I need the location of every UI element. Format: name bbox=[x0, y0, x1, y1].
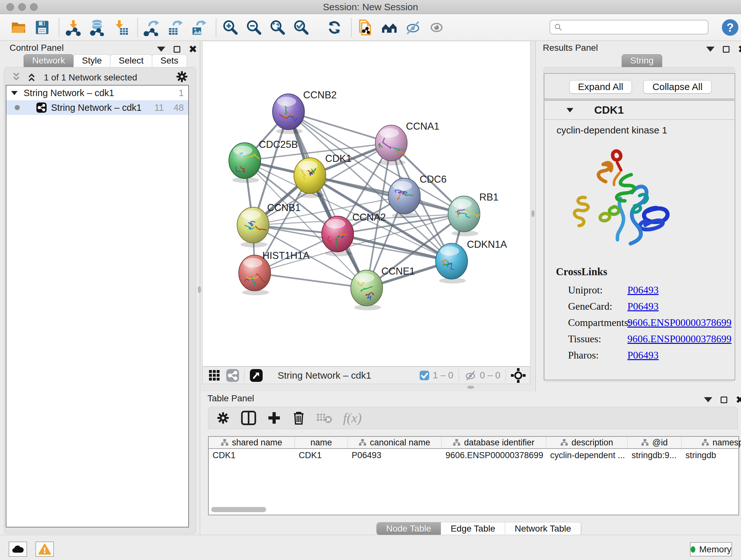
table-panel-close-icon[interactable]: ✖ bbox=[736, 395, 741, 405]
column-label: shared name bbox=[232, 438, 282, 448]
tab-node-table[interactable]: Node Table bbox=[377, 522, 441, 535]
tab-style[interactable]: Style bbox=[73, 54, 111, 67]
tab-edge-table[interactable]: Edge Table bbox=[441, 522, 505, 535]
toolbar-separator bbox=[216, 18, 216, 37]
crosslink-link-genecard-[interactable]: P06493 bbox=[627, 300, 659, 312]
refresh-button[interactable] bbox=[326, 17, 343, 38]
fit-selected-crosshair-icon[interactable] bbox=[511, 368, 526, 383]
edge-HIST1H1A-CCNE1[interactable] bbox=[255, 273, 367, 288]
horizontal-splitter-grip[interactable] bbox=[467, 386, 474, 389]
string-document-icon bbox=[357, 19, 374, 36]
tab-network-table[interactable]: Network Table bbox=[505, 522, 581, 535]
zoom-fit-button[interactable] bbox=[269, 17, 286, 38]
cloud-icon bbox=[11, 544, 24, 554]
crosslink-link-uniprot-[interactable]: P06493 bbox=[627, 284, 659, 296]
network-collection-row[interactable]: String Network – cdk1 1 bbox=[6, 85, 188, 100]
results-panel-maximize-icon[interactable] bbox=[723, 46, 730, 53]
export-table-button[interactable] bbox=[166, 17, 185, 38]
selected-checkbox-icon[interactable] bbox=[419, 370, 429, 381]
toolbar-search-field[interactable] bbox=[549, 20, 709, 35]
column-label: @id bbox=[652, 438, 668, 448]
column-header-database-identifier[interactable]: database identifier bbox=[442, 437, 546, 448]
cloud-button[interactable] bbox=[9, 542, 27, 557]
collapse-all-button[interactable]: Collapse All bbox=[643, 80, 712, 94]
search-input[interactable] bbox=[562, 20, 708, 34]
column-header-namespace[interactable]: namespace bbox=[682, 437, 741, 448]
node-label-CDK1: CDK1 bbox=[325, 153, 352, 164]
control-panel-float-icon[interactable] bbox=[157, 47, 165, 52]
node-CCNB2[interactable] bbox=[273, 94, 305, 134]
tab-string[interactable]: String bbox=[622, 54, 662, 67]
control-panel-maximize-icon[interactable] bbox=[174, 46, 180, 53]
show-columns-icon[interactable] bbox=[241, 411, 256, 425]
network-share-view-icon[interactable] bbox=[226, 369, 239, 382]
edge-CCNB2-CCNE1[interactable] bbox=[288, 112, 367, 288]
cdk1-section-header[interactable]: CDK1 bbox=[544, 101, 735, 120]
node-CCNE1[interactable] bbox=[351, 270, 383, 310]
birdseye-view-icon[interactable] bbox=[250, 369, 263, 382]
results-panel-float-icon[interactable] bbox=[706, 47, 715, 52]
table-settings-gear-icon[interactable] bbox=[216, 411, 230, 425]
table-body: CDK1CDK1P064939606.ENSP00000378699cyclin… bbox=[209, 449, 738, 462]
results-button-box: Expand All Collapse All bbox=[544, 73, 735, 99]
zoom-in-button[interactable] bbox=[221, 17, 239, 38]
zoom-out-button[interactable] bbox=[245, 17, 263, 38]
control-panel-close-icon[interactable]: ✖ bbox=[189, 44, 197, 54]
open-session-button[interactable] bbox=[10, 17, 27, 38]
crosslink-link-pharos-[interactable]: P06493 bbox=[627, 349, 659, 361]
preview-button[interactable] bbox=[428, 17, 446, 38]
zoom-in-icon bbox=[222, 19, 239, 36]
cell-description: cyclin-dependent ... bbox=[546, 449, 628, 462]
network-canvas[interactable]: CCNB2CCNA1CDC25BCDK1CDC6RB1CCNB1CCNA2CDK… bbox=[202, 41, 530, 367]
node-label-CDC25B: CDC25B bbox=[259, 139, 298, 150]
node-RB1[interactable] bbox=[448, 196, 480, 236]
delete-column-trash-icon[interactable] bbox=[292, 411, 306, 425]
network-graph[interactable]: CCNB2CCNA1CDC25BCDK1CDC6RB1CCNB1CCNA2CDK… bbox=[203, 41, 530, 366]
tab-select[interactable]: Select bbox=[110, 54, 152, 67]
cell-name: CDK1 bbox=[295, 449, 348, 462]
right-splitter-grip[interactable] bbox=[531, 210, 535, 217]
string-import-button[interactable] bbox=[357, 17, 375, 38]
left-splitter-grip[interactable] bbox=[198, 286, 201, 293]
import-table-file-button[interactable] bbox=[112, 17, 130, 38]
crosslink-link-compartments-[interactable]: 9606.ENSP00000378699 bbox=[627, 317, 731, 328]
node-CDC25B[interactable] bbox=[229, 143, 261, 183]
column-header-canonical-name[interactable]: canonical name bbox=[348, 437, 442, 448]
tab-sets[interactable]: Sets bbox=[152, 54, 187, 67]
save-session-button[interactable] bbox=[33, 17, 51, 38]
horizontal-scrollbar-thumb[interactable] bbox=[211, 507, 266, 512]
tree-expand-icon[interactable] bbox=[11, 90, 18, 96]
export-network-button[interactable] bbox=[143, 17, 161, 38]
column-header--id[interactable]: @id bbox=[628, 437, 682, 448]
table-row[interactable]: CDK1CDK1P064939606.ENSP00000378699cyclin… bbox=[209, 449, 738, 462]
memory-button[interactable]: Memory bbox=[690, 542, 732, 557]
table-panel-float-icon[interactable] bbox=[704, 397, 712, 402]
node-CCNB1[interactable] bbox=[237, 207, 269, 247]
export-image-button[interactable] bbox=[190, 17, 208, 38]
import-network-database-button[interactable] bbox=[88, 17, 106, 38]
expand-all-button[interactable]: Expand All bbox=[569, 80, 632, 94]
node-CDKN1A[interactable] bbox=[435, 243, 468, 284]
import-network-file-button[interactable] bbox=[64, 17, 82, 38]
column-header-shared-name[interactable]: shared name bbox=[209, 437, 295, 448]
column-header-name[interactable]: name bbox=[295, 437, 348, 448]
help-button[interactable]: ? bbox=[721, 18, 739, 37]
network-row-selected[interactable]: String Network – cdk1 11 48 bbox=[6, 100, 188, 115]
show-all-button[interactable] bbox=[404, 17, 422, 38]
column-header-description[interactable]: description bbox=[546, 437, 628, 448]
zoom-selected-button[interactable] bbox=[292, 17, 310, 38]
grid-view-icon[interactable] bbox=[208, 369, 220, 381]
results-panel-close-icon[interactable]: ✖ bbox=[738, 44, 741, 54]
footer-separator bbox=[459, 369, 459, 382]
column-label: description bbox=[571, 438, 613, 448]
table-panel-maximize-icon[interactable] bbox=[721, 396, 727, 403]
network-options-gear-icon[interactable] bbox=[175, 70, 189, 83]
section-collapse-icon[interactable] bbox=[566, 107, 574, 113]
node-CCNA1[interactable] bbox=[375, 125, 407, 165]
add-column-plus-icon[interactable] bbox=[267, 411, 281, 425]
home-button[interactable] bbox=[381, 17, 398, 38]
warnings-button[interactable] bbox=[36, 542, 54, 557]
attribute-fork-icon bbox=[561, 439, 568, 446]
crosslink-link-tissues-[interactable]: 9606.ENSP00000378699 bbox=[627, 333, 731, 345]
tab-network[interactable]: Network bbox=[23, 54, 74, 67]
